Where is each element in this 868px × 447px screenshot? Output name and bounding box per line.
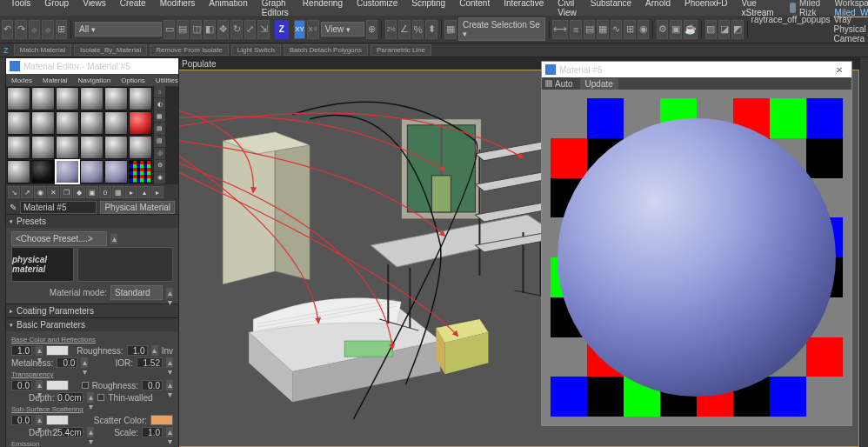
material-swatch[interactable] — [129, 136, 152, 159]
scale-button[interactable]: ⤢ — [244, 20, 256, 39]
cmd-light-switch[interactable]: Light Switch — [231, 44, 281, 56]
material-swatch[interactable] — [80, 136, 103, 159]
named-selection-dropdown[interactable]: Create Selection Se ▾ — [458, 17, 545, 41]
rotate-button[interactable]: ↻ — [230, 20, 242, 39]
snap-angle-button[interactable]: ∠ — [398, 20, 410, 39]
curve-editor-button[interactable]: ∿ — [611, 20, 622, 39]
move-button[interactable]: ✥ — [217, 20, 229, 39]
sample-uv-button[interactable]: ▤ — [154, 123, 165, 135]
pick-material-button[interactable]: ✎ — [10, 203, 17, 212]
xyz-button[interactable]: X♀ — [307, 20, 318, 39]
toolbar-raytrace-off-popups[interactable]: raytrace_off_popups — [751, 15, 831, 43]
get-material-button[interactable]: ↘ — [8, 186, 20, 198]
cmd-remove-from-isolate[interactable]: Remove From Isolate — [150, 44, 228, 56]
go-parent-button[interactable]: ▴ — [138, 186, 150, 198]
menu-phoenixfd[interactable]: PhoenixFD — [678, 0, 734, 19]
snap-2d-button[interactable]: 2½ — [385, 20, 397, 39]
named-sel-button[interactable]: ▦ — [444, 20, 456, 39]
make-unique-button[interactable]: ◆ — [73, 186, 85, 198]
material-swatch[interactable] — [7, 136, 30, 159]
select-button[interactable]: ▭ — [164, 20, 175, 39]
toolbar-vray-physical-camera[interactable]: Vray Physical Camera — [834, 15, 866, 43]
menu-scripting[interactable]: Scripting — [404, 0, 452, 19]
mat-menu-options[interactable]: Options — [117, 77, 149, 84]
video-check-button[interactable]: ▧ — [154, 136, 165, 148]
select-by-material-button[interactable]: ◉ — [154, 172, 165, 184]
link-button[interactable]: ⟐ — [29, 20, 40, 39]
basecolor-swatch[interactable] — [46, 345, 69, 356]
material-swatch[interactable] — [31, 87, 55, 110]
material-id-button[interactable]: 0 — [99, 186, 111, 198]
cmd-parametric-line[interactable]: Parametric Line — [371, 44, 431, 56]
depth-input[interactable]: 0.0cm — [57, 392, 83, 403]
material-swatch[interactable] — [31, 136, 55, 159]
command-panel-collapsed[interactable] — [859, 57, 868, 447]
mat-menu-navigation[interactable]: Navigation — [74, 77, 114, 84]
menu-animation[interactable]: Animation — [202, 0, 254, 19]
menu-substance[interactable]: Substance — [584, 0, 638, 19]
window-crossing-button[interactable]: ◧ — [204, 20, 215, 39]
material-swatch[interactable] — [80, 160, 103, 183]
layer-button[interactable]: ▤ — [584, 20, 595, 39]
redo-button[interactable]: ↷ — [15, 20, 26, 39]
coating-section-header[interactable]: Coating Parameters — [6, 304, 178, 317]
menu-group[interactable]: Group — [37, 0, 76, 19]
transparency-swatch[interactable] — [46, 380, 69, 390]
material-name-field[interactable]: Material #5 — [20, 201, 97, 214]
sss-swatch[interactable] — [46, 415, 69, 425]
cmd-match-material[interactable]: Match Material — [14, 44, 71, 56]
selection-filter-dropdown[interactable]: All ▾ — [75, 22, 162, 37]
menu-modifiers[interactable]: Modifiers — [153, 0, 203, 19]
material-swatch[interactable] — [104, 87, 128, 110]
cmd-isolate-by-material[interactable]: Isolate_By_Material — [74, 44, 147, 56]
preset-dropdown[interactable]: <Choose Preset....> — [11, 231, 107, 246]
material-swatch[interactable] — [129, 87, 152, 110]
material-swatch[interactable] — [80, 111, 103, 135]
ior-input[interactable]: 1.52 — [137, 357, 163, 368]
menu-arnold[interactable]: Arnold — [638, 0, 678, 19]
material-swatch[interactable] — [56, 111, 79, 135]
update-button[interactable]: Update — [580, 78, 618, 90]
sss-weight-input[interactable]: 0.0 — [11, 415, 32, 425]
transparency-weight-input[interactable]: 0.0 — [11, 380, 32, 390]
put-to-scene-button[interactable]: ↗ — [21, 186, 33, 198]
coord-system-dropdown[interactable]: View ▾ — [321, 22, 364, 37]
material-editor-button[interactable]: ◉ — [638, 20, 649, 39]
preview-button[interactable]: ◎ — [154, 148, 165, 160]
xy-button[interactable]: XY — [294, 20, 305, 39]
lock-roughness-checkbox[interactable] — [82, 382, 89, 389]
presets-section-header[interactable]: Presets — [6, 215, 178, 228]
metalness-input[interactable]: 0.0 — [57, 357, 77, 368]
material-mode-dropdown[interactable]: Standard — [110, 285, 163, 300]
mat-menu-modes[interactable]: Modes — [8, 77, 36, 84]
align-button[interactable]: ≡ — [570, 20, 581, 39]
material-swatch[interactable] — [129, 111, 152, 135]
menu-rendering[interactable]: Rendering — [296, 0, 350, 19]
mirror-button[interactable]: ⟷ — [552, 20, 568, 39]
menu-tools[interactable]: Tools — [3, 0, 37, 19]
pivot-button[interactable]: ⊕ — [366, 20, 377, 39]
menu-civil-view[interactable]: Civil View — [551, 0, 584, 19]
menu-interactive[interactable]: Interactive — [497, 0, 551, 19]
material-swatch[interactable] — [129, 160, 152, 183]
snap-spinner-button[interactable]: ⬍ — [425, 20, 437, 39]
material-swatch[interactable] — [7, 87, 30, 110]
reset-map-button[interactable]: ✕ — [47, 186, 59, 198]
sss-depth-input[interactable]: 25.4cm — [57, 427, 83, 437]
menu-content[interactable]: Content — [452, 0, 497, 19]
menu-views[interactable]: Views — [76, 0, 113, 19]
menu-customize[interactable]: Customize — [350, 0, 404, 19]
mat-menu-material[interactable]: Material — [39, 77, 70, 84]
background-button[interactable]: ▦ — [154, 110, 165, 123]
material-type-button[interactable]: Physical Material — [100, 201, 175, 214]
material-swatch[interactable] — [7, 160, 30, 183]
material-swatch[interactable] — [31, 160, 55, 183]
tool-b-button[interactable]: ◪ — [718, 20, 730, 39]
menu-create[interactable]: Create — [113, 0, 153, 19]
basic-section-header[interactable]: Basic Parameters — [6, 318, 178, 331]
undo-button[interactable]: ↶ — [2, 20, 13, 39]
preset-spinner[interactable]: ▴▾ — [110, 234, 117, 244]
render-setup-button[interactable]: ⚙ — [657, 20, 668, 39]
menu-graph-editors[interactable]: Graph Editors — [255, 0, 296, 19]
material-swatch[interactable] — [56, 87, 79, 110]
